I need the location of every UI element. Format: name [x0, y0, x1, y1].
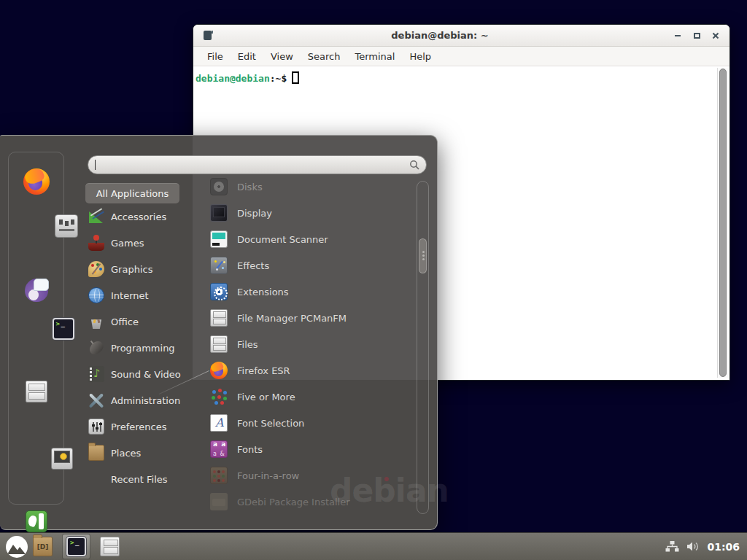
search-icon — [409, 160, 419, 170]
category-administration[interactable]: Administration — [85, 387, 195, 413]
debian-watermark: debian — [330, 472, 449, 509]
close-icon — [712, 32, 719, 39]
menu-button[interactable] — [6, 536, 28, 558]
app-label: Fonts — [237, 444, 263, 455]
terminal-titlebar[interactable]: debian@debian: ~ — [193, 25, 729, 47]
category-label: Preferences — [111, 421, 166, 432]
app-file-manager-pcmanfm[interactable]: File Manager PCManFM — [210, 305, 420, 331]
app-display[interactable]: Display — [210, 200, 420, 226]
all-applications-button[interactable]: All Applications — [85, 183, 179, 203]
administration-icon — [88, 392, 104, 408]
app-label: Disks — [237, 182, 263, 192]
firefox-icon[interactable] — [23, 168, 50, 195]
font-selection-icon — [210, 414, 228, 432]
category-internet[interactable]: Internet — [85, 282, 195, 308]
terminal-scrollbar-thumb[interactable] — [719, 69, 727, 377]
category-label: Places — [111, 448, 141, 459]
taskbar-terminal-button[interactable] — [62, 534, 90, 559]
category-label: Recent Files — [111, 474, 168, 485]
lock-screen-icon[interactable] — [51, 448, 73, 470]
internet-icon — [88, 287, 104, 303]
app-label: Display — [237, 208, 272, 219]
app-disks[interactable]: Disks — [210, 174, 420, 200]
terminal-icon[interactable] — [53, 318, 74, 340]
menu-file[interactable]: File — [200, 50, 231, 63]
graphics-icon — [88, 261, 104, 277]
category-places[interactable]: Places — [85, 440, 195, 466]
gdebi-icon — [210, 493, 228, 510]
menu-search[interactable]: Search — [301, 50, 348, 63]
folder-d-icon: [D] — [33, 537, 53, 556]
category-sound-video[interactable]: Sound & Video — [85, 361, 195, 387]
terminal-cursor — [292, 71, 299, 84]
maximize-icon — [694, 33, 700, 39]
category-list: Accessories Games Graphics Internet Offi… — [85, 203, 195, 492]
minimize-icon — [675, 35, 681, 36]
app-label: File Manager PCManFM — [237, 313, 347, 324]
search-input[interactable] — [88, 155, 427, 174]
menu-terminal[interactable]: Terminal — [347, 50, 402, 63]
app-effects[interactable]: Effects — [210, 252, 420, 279]
extensions-icon — [210, 283, 228, 300]
category-graphics[interactable]: Graphics — [85, 256, 195, 282]
category-programming[interactable]: Programming — [85, 335, 195, 361]
app-font-selection[interactable]: Font Selection — [210, 410, 420, 436]
files-icon — [210, 335, 228, 353]
app-extensions[interactable]: Extensions — [210, 279, 420, 305]
folder-badge: [D] — [34, 543, 52, 551]
taskbar-files-icon — [100, 537, 120, 556]
app-firefox-esr[interactable]: Firefox ESR — [210, 357, 420, 384]
terminal-window-icon — [204, 31, 212, 40]
fonts-icon — [210, 440, 228, 458]
all-applications-label: All Applications — [96, 188, 169, 199]
programming-icon — [87, 339, 105, 357]
sound-video-icon — [88, 366, 104, 382]
file-manager-icon[interactable] — [26, 381, 47, 402]
app-document-scanner[interactable]: Document Scanner — [210, 226, 420, 252]
network-icon[interactable] — [665, 541, 679, 552]
app-five-or-more[interactable]: Five or More — [210, 384, 420, 410]
app-label: Effects — [237, 260, 269, 271]
minimize-button[interactable] — [668, 28, 687, 44]
input-settings-icon[interactable] — [55, 214, 78, 238]
terminal-prompt: debian@debian:~$ — [193, 66, 729, 84]
text-caret — [95, 160, 96, 170]
taskbar: [D] — [0, 532, 747, 560]
maximize-button[interactable] — [687, 28, 706, 44]
log-out-icon[interactable] — [26, 510, 47, 532]
clock[interactable]: 01:06 — [707, 541, 740, 553]
category-preferences[interactable]: Preferences — [85, 413, 195, 440]
menu-scrollbar-thumb[interactable] — [419, 238, 427, 273]
app-label: Four-in-a-row — [237, 470, 299, 481]
no-icon — [88, 471, 104, 487]
app-fonts[interactable]: Fonts — [210, 436, 420, 462]
category-label: Administration — [111, 395, 180, 406]
places-icon — [88, 445, 104, 461]
category-accessories[interactable]: Accessories — [85, 203, 195, 230]
five-or-more-icon — [210, 388, 228, 405]
four-in-a-row-icon — [210, 467, 228, 484]
menu-scrollbar[interactable] — [417, 181, 429, 514]
category-games[interactable]: Games — [85, 230, 195, 256]
desktop-folder-button[interactable]: [D] — [33, 537, 53, 556]
app-files[interactable]: Files — [210, 331, 420, 357]
category-label: Games — [111, 238, 144, 249]
close-button[interactable] — [706, 28, 725, 44]
menu-view[interactable]: View — [263, 50, 301, 63]
menu-edit[interactable]: Edit — [231, 50, 263, 63]
terminal-scrollbar[interactable] — [717, 68, 728, 378]
category-recent-files[interactable]: Recent Files — [85, 466, 195, 492]
pidgin-icon[interactable] — [25, 279, 48, 302]
volume-icon[interactable] — [686, 541, 700, 552]
desktop: debian@debian: ~ File Edit View Search T… — [0, 0, 747, 560]
taskbar-files-button[interactable] — [100, 537, 120, 556]
menu-help[interactable]: Help — [402, 50, 438, 63]
application-menu: All Applications Accessories Games Graph… — [0, 135, 438, 530]
prompt-user-host: debian@debian — [196, 73, 270, 84]
games-icon — [88, 235, 104, 251]
app-list: Disks Display Document Scanner Effects E… — [210, 174, 420, 515]
app-label: Document Scanner — [237, 234, 328, 245]
system-tray: 01:06 — [665, 541, 741, 553]
category-office[interactable]: Office — [85, 308, 195, 335]
taskbar-terminal-icon — [66, 537, 86, 556]
